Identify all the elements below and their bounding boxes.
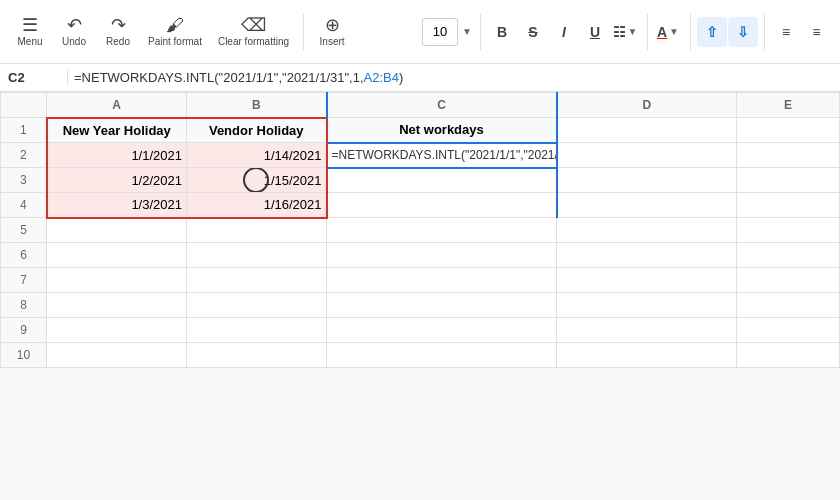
- cell-a2[interactable]: 1/1/2021: [47, 143, 187, 168]
- row-num-1: 1: [1, 118, 47, 143]
- cell-b9[interactable]: [187, 318, 327, 343]
- font-size-input[interactable]: [422, 18, 458, 46]
- clear-formatting-button[interactable]: ⌫ Clear formatting: [210, 12, 297, 51]
- cell-c3[interactable]: [327, 168, 557, 193]
- cell-e6[interactable]: [737, 243, 840, 268]
- cell-b5[interactable]: [187, 218, 327, 243]
- cell-d10[interactable]: [557, 343, 737, 368]
- clear-formatting-icon: ⌫: [241, 16, 266, 34]
- row-num-3: 3: [1, 168, 47, 193]
- cell-e8[interactable]: [737, 293, 840, 318]
- formula-text: =NETWORKDAYS.INTL("2021/1/1","2021/1/31"…: [74, 70, 403, 85]
- cell-a8[interactable]: [47, 293, 187, 318]
- corner-cell: [1, 93, 47, 118]
- cell-b8[interactable]: [187, 293, 327, 318]
- toolbar: ☰ Menu ↶ Undo ↷ Redo 🖌 Paint format ⌫ Cl…: [0, 0, 840, 64]
- cell-b1[interactable]: Vendor Holiday: [187, 118, 327, 143]
- redo-button[interactable]: ↷ Redo: [96, 12, 140, 51]
- align-buttons-group: ⇧ ⇩: [697, 17, 758, 47]
- align-left-button[interactable]: ≡: [771, 17, 801, 47]
- cell-a10[interactable]: [47, 343, 187, 368]
- underline-button[interactable]: U: [580, 17, 610, 47]
- cell-a4[interactable]: 1/3/2021: [47, 193, 187, 218]
- col-header-d[interactable]: D: [557, 93, 737, 118]
- cell-e4[interactable]: [737, 193, 840, 218]
- borders-icon: ☷: [613, 24, 626, 40]
- cell-a9[interactable]: [47, 318, 187, 343]
- cell-d5[interactable]: [557, 218, 737, 243]
- insert-label: Insert: [320, 36, 345, 47]
- italic-button[interactable]: I: [549, 17, 579, 47]
- col-header-c[interactable]: C: [327, 93, 557, 118]
- redo-icon: ↷: [111, 16, 126, 34]
- paint-format-button[interactable]: 🖌 Paint format: [140, 12, 210, 51]
- font-color-button[interactable]: A ▼: [654, 17, 684, 47]
- cell-c8[interactable]: [327, 293, 557, 318]
- align-bottom-button[interactable]: ⇩: [728, 17, 758, 47]
- cell-d7[interactable]: [557, 268, 737, 293]
- cell-c5[interactable]: [327, 218, 557, 243]
- cell-a7[interactable]: [47, 268, 187, 293]
- cell-c4[interactable]: [327, 193, 557, 218]
- format-buttons-group: B S I U ☷▼: [487, 17, 641, 47]
- cell-e9[interactable]: [737, 318, 840, 343]
- cell-d1[interactable]: [557, 118, 737, 143]
- cell-b3[interactable]: 1/15/2021: [187, 168, 327, 193]
- cell-c1[interactable]: Net workdays: [327, 118, 557, 143]
- cell-b7[interactable]: [187, 268, 327, 293]
- cell-c10[interactable]: [327, 343, 557, 368]
- cell-e10[interactable]: [737, 343, 840, 368]
- row-num-6: 6: [1, 243, 47, 268]
- cell-c9[interactable]: [327, 318, 557, 343]
- insert-button[interactable]: ⊕ Insert: [310, 12, 354, 51]
- align-right-button[interactable]: ≡: [802, 17, 832, 47]
- strikethrough-button[interactable]: S: [518, 17, 548, 47]
- cell-d2[interactable]: [557, 143, 737, 168]
- cell-d8[interactable]: [557, 293, 737, 318]
- cell-d4[interactable]: [557, 193, 737, 218]
- cell-c6[interactable]: [327, 243, 557, 268]
- cell-e1[interactable]: [737, 118, 840, 143]
- cell-e7[interactable]: [737, 268, 840, 293]
- cell-e2[interactable]: [737, 143, 840, 168]
- text-align-group: ≡ ≡: [771, 17, 832, 47]
- table-row: 8: [1, 293, 840, 318]
- cell-d9[interactable]: [557, 318, 737, 343]
- table-row: 2 1/1/2021 1/14/2021 =NETWORKDAYS.INTL("…: [1, 143, 840, 168]
- cell-c7[interactable]: [327, 268, 557, 293]
- table-row: 6: [1, 243, 840, 268]
- cell-a3[interactable]: 1/2/2021: [47, 168, 187, 193]
- row-num-5: 5: [1, 218, 47, 243]
- cell-c2[interactable]: =NETWORKDAYS.INTL("2021/1/1","2021/1/31"…: [327, 143, 557, 168]
- cell-b6[interactable]: [187, 243, 327, 268]
- col-header-b[interactable]: B: [187, 93, 327, 118]
- cell-b4[interactable]: 1/16/2021: [187, 193, 327, 218]
- row-num-8: 8: [1, 293, 47, 318]
- menu-button[interactable]: ☰ Menu: [8, 12, 52, 51]
- borders-button[interactable]: ☷▼: [611, 17, 641, 47]
- col-header-a[interactable]: A: [47, 93, 187, 118]
- cell-a6[interactable]: [47, 243, 187, 268]
- toolbar-left-group: ☰ Menu ↶ Undo ↷ Redo 🖌 Paint format ⌫ Cl…: [8, 12, 297, 51]
- toolbar-right-group: ▼ B S I U ☷▼ A ▼ ⇧ ⇩ ≡ ≡: [422, 14, 832, 50]
- cell-d6[interactable]: [557, 243, 737, 268]
- cell-a1[interactable]: New Year Holiday: [47, 118, 187, 143]
- undo-button[interactable]: ↶ Undo: [52, 12, 96, 51]
- row-num-10: 10: [1, 343, 47, 368]
- font-size-chevron[interactable]: ▼: [460, 26, 474, 37]
- cell-a5[interactable]: [47, 218, 187, 243]
- col-header-e[interactable]: E: [737, 93, 840, 118]
- cell-reference: C2: [8, 70, 68, 85]
- bold-button[interactable]: B: [487, 17, 517, 47]
- table-row: 3 1/2/2021 1/15/2021: [1, 168, 840, 193]
- row-num-4: 4: [1, 193, 47, 218]
- cell-e5[interactable]: [737, 218, 840, 243]
- table-row: 10: [1, 343, 840, 368]
- cell-d3[interactable]: [557, 168, 737, 193]
- cell-b10[interactable]: [187, 343, 327, 368]
- table-row: 9: [1, 318, 840, 343]
- align-top-button[interactable]: ⇧: [697, 17, 727, 47]
- cell-e3[interactable]: [737, 168, 840, 193]
- table-row: 4 1/3/2021 1/16/2021: [1, 193, 840, 218]
- cell-b2[interactable]: 1/14/2021: [187, 143, 327, 168]
